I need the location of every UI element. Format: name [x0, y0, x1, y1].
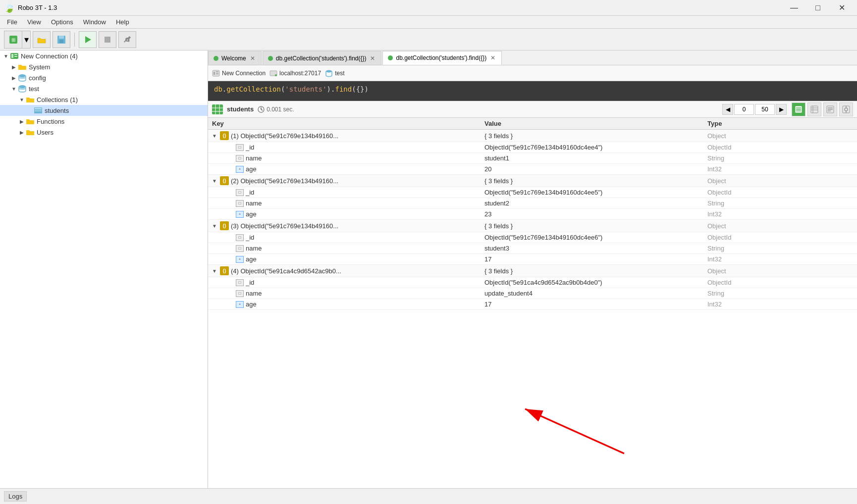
close-button[interactable]: ✕: [830, 0, 853, 16]
view-table-button[interactable]: [807, 102, 821, 116]
stop-button[interactable]: [99, 31, 116, 48]
sidebar-item-functions[interactable]: ▶ Functions: [0, 116, 208, 127]
tab-welcome-close[interactable]: ✕: [249, 55, 256, 62]
query-paren-close: ): [327, 85, 331, 93]
value-cell: student3: [484, 245, 707, 252]
key-cell: + age: [212, 165, 484, 173]
svg-rect-21: [214, 72, 215, 75]
expand-arrow-4[interactable]: ▼: [212, 268, 218, 274]
menu-file[interactable]: File: [2, 17, 22, 27]
tab-query-2[interactable]: db.getCollection('students').find({}) ✕: [382, 51, 502, 65]
value-cell: 23: [484, 210, 707, 218]
menu-window[interactable]: Window: [78, 17, 111, 27]
table-row[interactable]: + age 17 Int32: [208, 254, 857, 265]
table-row[interactable]: □ _id ObjectId("5e91c769e134b49160dc4ee5…: [208, 187, 857, 198]
conn-connection: New Connection: [212, 69, 266, 77]
functions-arrow: ▶: [18, 117, 26, 125]
arrow-annotation: [495, 394, 634, 458]
view-tree-button[interactable]: [792, 102, 805, 116]
svg-text:⊞: ⊞: [11, 37, 15, 43]
key-cell: □ name: [212, 154, 484, 162]
tools-button[interactable]: [118, 31, 136, 48]
tab-query2-icon: [388, 55, 393, 60]
table-row[interactable]: □ name student3 String: [208, 243, 857, 254]
menu-help[interactable]: Help: [111, 17, 134, 27]
clock-icon: [258, 106, 265, 113]
toolbar: ⊞ ▾: [0, 29, 857, 50]
sidebar-item-system-label: System: [29, 63, 50, 71]
row-key-1: (1) ObjectId("5e91c769e134b49160...: [231, 132, 338, 140]
menu-view[interactable]: View: [22, 17, 46, 27]
connect-dropdown-button[interactable]: ▾: [22, 31, 30, 48]
type-cell-3: Object: [707, 222, 853, 230]
table-row[interactable]: □ name student2 String: [208, 198, 857, 209]
query-collection-str: 'students': [285, 85, 326, 93]
connect-button[interactable]: ⊞: [4, 31, 22, 48]
sidebar-item-collections[interactable]: ▼ Collections (1): [0, 94, 208, 105]
nav-page-size[interactable]: [755, 104, 775, 115]
table-row[interactable]: ▼ {} (2) ObjectId("5e91c769e134b49160...…: [208, 175, 857, 187]
sidebar-item-users[interactable]: ▶ Users: [0, 127, 208, 138]
table-row[interactable]: ▼ {} (1) ObjectId("5e91c769e134b49160...…: [208, 130, 857, 142]
expand-arrow-2[interactable]: ▼: [212, 178, 218, 184]
value-cell-3: { 3 fields }: [484, 222, 707, 230]
save-button[interactable]: [53, 31, 70, 48]
sidebar-item-functions-label: Functions: [37, 118, 64, 125]
svg-rect-17: [35, 108, 42, 109]
value-cell: ObjectId("5e91c769e134b49160dc4ee6"): [484, 234, 707, 241]
nav-prev-button[interactable]: ◀: [722, 104, 733, 115]
value-cell-4: { 3 fields }: [484, 267, 707, 275]
svg-marker-5: [85, 36, 91, 43]
table-row[interactable]: + age 20 Int32: [208, 164, 857, 175]
row-key-3: (3) ObjectId("5e91c769e134b49160...: [231, 222, 338, 230]
sidebar-item-students[interactable]: ▶ students: [0, 105, 208, 116]
menu-options[interactable]: Options: [46, 17, 78, 27]
table-row[interactable]: □ _id ObjectId("5e91ca4c9d6542ac9b0b4de0…: [208, 277, 857, 288]
open-button[interactable]: [33, 31, 51, 48]
type-cell-1: Object: [707, 132, 853, 140]
expand-arrow-1[interactable]: ▼: [212, 133, 218, 139]
sidebar-item-config-label: config: [29, 74, 46, 82]
table-row[interactable]: □ name student1 String: [208, 153, 857, 164]
maximize-button[interactable]: □: [806, 0, 829, 16]
table-row[interactable]: ▼ {} (4) ObjectId("5e91ca4c9d6542ac9b0..…: [208, 265, 857, 277]
table-row[interactable]: + age 17 Int32: [208, 299, 857, 310]
title-bar-controls: — □ ✕: [783, 0, 853, 16]
tab-query1-close[interactable]: ✕: [369, 55, 376, 62]
table-row[interactable]: ▼ {} (3) ObjectId("5e91c769e134b49160...…: [208, 220, 857, 232]
test-arrow: ▼: [10, 85, 18, 93]
nav-next-button[interactable]: ▶: [776, 104, 787, 115]
results-bar: students 0.001 sec. ◀ ▶: [208, 101, 857, 118]
svg-rect-22: [216, 71, 218, 72]
svg-point-25: [275, 74, 277, 76]
results-nav: ◀ ▶: [722, 102, 853, 116]
key-cell: □ name: [212, 290, 484, 297]
tab-query2-close[interactable]: ✕: [489, 54, 496, 61]
logs-button[interactable]: Logs: [4, 491, 27, 502]
connection-bar: New Connection localhost:27017 test: [208, 65, 857, 81]
query-bar[interactable]: db.getCollection('students').find({}): [208, 81, 857, 101]
key-cell: □ _id: [212, 279, 484, 286]
table-row[interactable]: □ _id ObjectId("5e91c769e134b49160dc4ee6…: [208, 232, 857, 243]
sidebar-item-connection[interactable]: ▼ New Connection (4): [0, 50, 208, 61]
conn-host-label: localhost:27017: [279, 70, 321, 77]
tab-welcome[interactable]: Welcome ✕: [208, 51, 262, 65]
table-row[interactable]: □ _id ObjectId("5e91c769e134b49160dc4ee4…: [208, 142, 857, 153]
sidebar-item-config[interactable]: ▶ config: [0, 72, 208, 83]
col-key: Key: [212, 120, 484, 127]
run-button[interactable]: [79, 31, 97, 48]
table-row[interactable]: + age 23 Int32: [208, 209, 857, 220]
value-cell-2: { 3 fields }: [484, 177, 707, 185]
type-cell: Int32: [707, 165, 853, 173]
sidebar-item-test[interactable]: ▼ test: [0, 83, 208, 94]
minimize-button[interactable]: —: [783, 0, 805, 16]
nav-page-from[interactable]: [734, 104, 754, 115]
sidebar-item-system[interactable]: ▶ System: [0, 61, 208, 72]
tab-query-1[interactable]: db.getCollection('students').find({}) ✕: [263, 51, 382, 65]
row-key-4: (4) ObjectId("5e91ca4c9d6542ac9b0...: [231, 267, 341, 275]
view-text-button[interactable]: [823, 102, 837, 116]
expand-arrow-3[interactable]: ▼: [212, 223, 218, 229]
table-row[interactable]: □ name update_student4 String: [208, 288, 857, 299]
view-custom-button[interactable]: [839, 102, 853, 116]
data-grid: Key Value Type ▼ {} (1) ObjectId("5e91c7…: [208, 118, 857, 488]
